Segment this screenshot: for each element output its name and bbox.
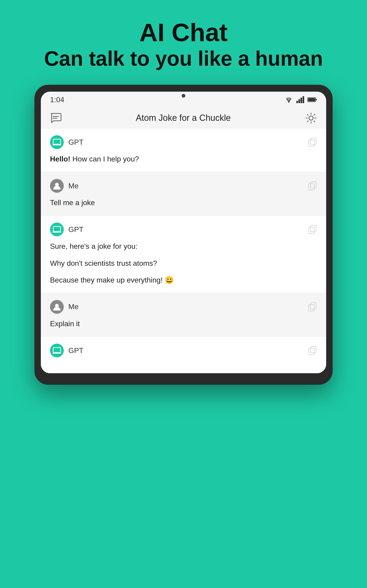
wifi-icon (284, 96, 293, 103)
message-header-1: GPT (50, 135, 317, 149)
joke-line-1: Sure, here's a joke for you: (50, 241, 317, 252)
svg-rect-22 (311, 225, 316, 232)
battery-icon (307, 97, 317, 103)
svg-rect-2 (298, 99, 300, 103)
message-text-user-2: Explain it (50, 320, 80, 328)
svg-point-0 (288, 102, 290, 103)
message-user-1: Me Tell me a joke (41, 172, 326, 216)
tablet-device: 1:04 (34, 85, 333, 385)
user-avatar-icon-2 (53, 303, 61, 311)
copy-button-2[interactable] (308, 181, 317, 190)
svg-rect-3 (300, 98, 302, 103)
message-gpt-2: GPT Sure, here's a joke for you: Why don… (41, 216, 326, 293)
copy-button-3[interactable] (308, 225, 317, 234)
svg-rect-31 (309, 348, 314, 355)
message-text-user-1: Tell me a joke (50, 199, 95, 207)
chat-area: GPT Hello! How can I help you? (41, 128, 326, 373)
settings-icon[interactable] (305, 112, 317, 124)
sender-label-gpt-2: GPT (68, 225, 83, 234)
svg-rect-27 (53, 347, 60, 353)
sender-label-user-1: Me (68, 182, 78, 190)
user-avatar-icon-1 (53, 182, 61, 190)
svg-rect-25 (311, 303, 316, 309)
message-content-1: Hello! How can I help you? (50, 153, 317, 165)
gpt-avatar-icon-2 (52, 226, 61, 233)
message-gpt-3: GPT (41, 337, 326, 373)
message-bold-text-1: Hello! (50, 155, 70, 163)
svg-rect-7 (308, 98, 315, 101)
svg-rect-26 (309, 304, 314, 311)
sub-title: Can talk to you like a human (44, 46, 323, 71)
avatar-user-2 (50, 300, 64, 314)
app-bar-title: Atom Joke for a Chuckle (136, 113, 231, 123)
status-time: 1:04 (50, 95, 64, 104)
svg-rect-4 (302, 96, 304, 103)
message-content-user-2: Explain it (50, 318, 317, 330)
svg-rect-15 (309, 140, 314, 146)
message-header-gpt-3: GPT (50, 344, 317, 357)
gpt-avatar-icon (52, 138, 61, 146)
sender-label-user-2: Me (68, 303, 78, 311)
svg-rect-14 (311, 138, 316, 145)
message-header-gpt-2: GPT (50, 223, 317, 236)
avatar-gpt-2 (50, 223, 64, 236)
chat-icon (50, 112, 61, 124)
avatar-user-1 (50, 179, 64, 193)
avatar-gpt-1 (50, 135, 64, 149)
copy-button-1[interactable] (308, 138, 317, 147)
sender-label-gpt-1: GPT (68, 138, 83, 147)
svg-rect-6 (316, 99, 317, 100)
svg-rect-11 (53, 139, 60, 144)
copy-button-5[interactable] (308, 346, 317, 355)
status-icons (284, 96, 317, 103)
svg-rect-23 (309, 227, 314, 233)
joke-line-2: Why don't scientists trust atoms? (50, 258, 317, 269)
svg-rect-1 (296, 101, 298, 103)
sender-label-gpt-3: GPT (68, 346, 83, 355)
tablet-screen: 1:04 (41, 92, 326, 373)
message-content-user-1: Tell me a joke (50, 197, 317, 208)
svg-rect-17 (311, 182, 316, 188)
camera-notch (182, 94, 185, 98)
signal-icon (296, 96, 304, 103)
message-user-2: Me Explain it (41, 293, 326, 337)
message-gpt-1: GPT Hello! How can I help you? (41, 128, 326, 172)
app-bar: Atom Joke for a Chuckle (41, 108, 326, 128)
message-header-user-2: Me (50, 300, 317, 314)
copy-button-4[interactable] (308, 302, 317, 311)
svg-rect-30 (311, 346, 316, 353)
message-content-gpt-2: Sure, here's a joke for you: Why don't s… (50, 241, 317, 286)
svg-rect-19 (53, 226, 60, 232)
joke-line-3: Because they make up everything! 😄 (50, 274, 317, 286)
svg-point-10 (309, 116, 313, 120)
main-title: AI Chat (44, 18, 323, 46)
gpt-avatar-icon-3 (52, 347, 61, 354)
header-section: AI Chat Can talk to you like a human (44, 0, 323, 71)
message-header-user-1: Me (50, 179, 317, 193)
avatar-gpt-3 (50, 344, 64, 357)
svg-rect-18 (309, 183, 314, 190)
message-text-1: How can I help you? (70, 155, 139, 163)
